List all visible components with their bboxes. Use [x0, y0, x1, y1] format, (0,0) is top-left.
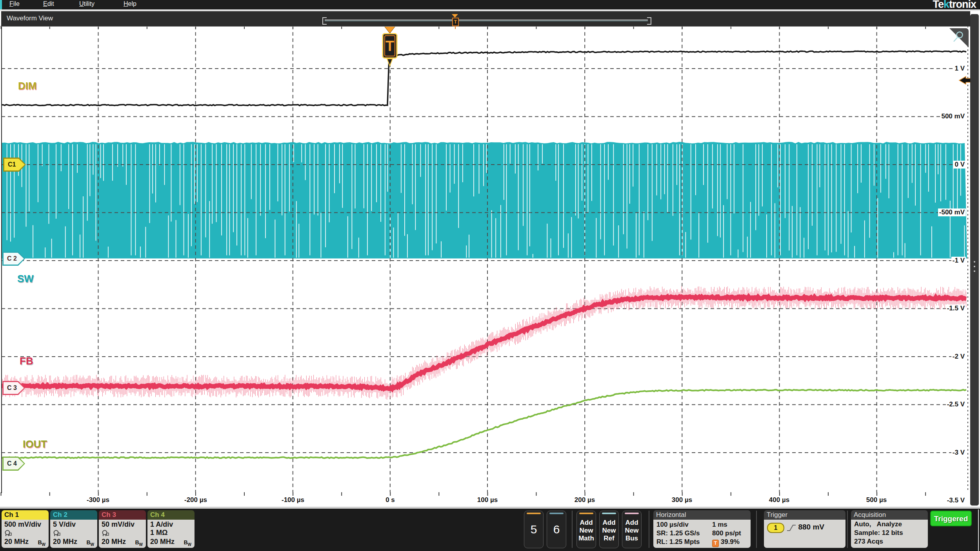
v-label: -1 V — [951, 257, 966, 265]
bandwidth-icon: BW — [38, 539, 45, 547]
trace-label-dim: DIM — [18, 80, 37, 92]
v-label: 500 mV — [940, 112, 966, 120]
v-label: -1.5 V — [946, 304, 966, 312]
menu-help[interactable]: Help — [124, 0, 136, 7]
trigger-panel[interactable]: Trigger 1 880 mV — [764, 510, 845, 548]
separator — [649, 511, 649, 548]
ch4-badge[interactable]: Ch 4 1 A/div 1 MΩ 20 MHz BW — [147, 510, 195, 548]
t-label: -300 µs — [71, 496, 125, 504]
menubar-accent — [0, 0, 2, 9]
ch2-badge[interactable]: Ch 2 5 V/div 20 MHz BW — [50, 510, 97, 548]
add-new-math-button[interactable]: AddNewMath — [576, 511, 596, 548]
handle-dot — [974, 266, 975, 267]
trace-label-sw: SW — [17, 273, 34, 285]
separator — [847, 511, 848, 548]
svg-text:T: T — [385, 38, 394, 54]
probe-icon — [4, 529, 13, 536]
handle-dot — [974, 270, 975, 272]
t-label: 300 µs — [655, 496, 709, 504]
separator — [756, 511, 757, 548]
t-label: 500 µs — [849, 496, 904, 504]
separator — [572, 511, 573, 548]
record-minimap[interactable] — [325, 20, 648, 20]
add-new-ref-button[interactable]: AddNewRef — [599, 511, 619, 548]
t-label: 400 µs — [752, 496, 807, 504]
menu-edit[interactable]: Edit — [43, 0, 54, 7]
minimap-right-bracket[interactable] — [647, 17, 651, 25]
v-label: -2.5 V — [946, 401, 966, 408]
t-label: -200 µs — [168, 496, 223, 504]
record-minimap-accent — [325, 21, 648, 21]
add-new-bus-button[interactable]: AddNewBus — [622, 511, 642, 548]
t-label: 100 µs — [460, 496, 515, 504]
bandwidth-icon: BW — [184, 539, 191, 547]
ch3-badge[interactable]: Ch 3 50 mV/div 20 MHz BW — [99, 510, 146, 548]
graticule-left-edge — [1, 26, 2, 493]
probe-icon — [53, 529, 62, 536]
menu-bar: File Edit Utility Help Tektronix — [0, 0, 980, 9]
bus-stripe — [625, 513, 639, 514]
menu-utility[interactable]: Utility — [79, 0, 95, 7]
tab-waveform-view[interactable]: Waveform View — [7, 14, 53, 22]
t-label: -100 µs — [265, 496, 320, 504]
divider — [0, 9, 980, 11]
handle-dot — [974, 261, 975, 263]
minimap-trigger-marker[interactable]: T — [452, 18, 459, 26]
acquisition-panel[interactable]: Acquisition Auto, Analyze Sample: 12 bit… — [851, 510, 928, 548]
v-label: -2 V — [951, 353, 966, 361]
trigger-source-badge: 1 — [767, 523, 784, 533]
v-label: -500 mV — [938, 208, 966, 216]
waveform-view-bar: Waveform View — [1, 11, 970, 27]
right-panel-handle[interactable] — [970, 14, 979, 506]
trace-label-fb: FB — [20, 355, 33, 367]
slot-5-button[interactable]: 5 — [524, 511, 544, 548]
minimap-trigger-arrow-icon — [452, 14, 458, 18]
slot-6-button[interactable]: 6 — [547, 511, 566, 548]
horizontal-panel[interactable]: Horizontal 100 µs/div 1 ms SR: 1.25 GS/s… — [653, 510, 751, 548]
trigger-position-flag[interactable]: T — [383, 26, 397, 66]
divider — [978, 509, 979, 551]
trigger-position-icon: T — [712, 540, 719, 547]
oscilloscope-app: T File Edit Utility Help Tektronix Wavef… — [0, 0, 980, 551]
slot-5-stripe — [527, 513, 541, 514]
tektronix-logo: Tektronix — [933, 0, 976, 11]
g-band — [2, 142, 968, 258]
triggered-status-badge: Triggered — [930, 511, 972, 526]
rising-edge-icon — [786, 524, 796, 532]
bandwidth-icon: BW — [135, 539, 143, 547]
minimap-trigger-stem — [455, 26, 456, 29]
v-label: -3 V — [951, 449, 966, 457]
t-label: 200 µs — [557, 496, 612, 504]
probe-icon — [102, 529, 110, 536]
ref-stripe — [602, 513, 616, 514]
g-grid — [1, 26, 968, 496]
zoom-corner-button[interactable] — [949, 28, 969, 47]
trace-label-iout: IOUT — [23, 438, 47, 450]
v-label: -3.5 V — [946, 497, 966, 504]
menu-file[interactable]: File — [9, 0, 20, 7]
minimap-left-bracket[interactable] — [322, 17, 327, 25]
slot-6-stripe — [549, 513, 564, 514]
v-label: 1 V — [953, 65, 966, 72]
waveform-canvas: T — [0, 0, 980, 551]
v-label: 0 V — [953, 161, 966, 169]
math-stripe — [579, 513, 593, 514]
ch1-badge[interactable]: Ch 1 500 mV/div 20 MHz BW — [2, 510, 49, 548]
bandwidth-icon: BW — [86, 539, 94, 547]
t-label: 0 s — [363, 496, 418, 504]
